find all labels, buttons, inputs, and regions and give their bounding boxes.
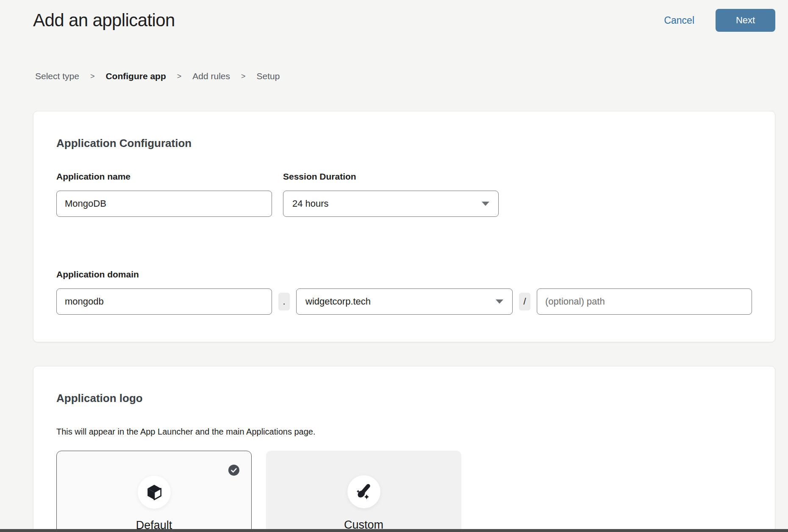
application-name-input[interactable] <box>56 191 272 217</box>
chevron-down-icon <box>496 299 503 304</box>
application-configuration-card: Application Configuration Application na… <box>33 111 775 342</box>
default-logo-circle <box>138 476 171 509</box>
step-add-rules[interactable]: Add rules <box>192 71 230 81</box>
step-configure-app[interactable]: Configure app <box>105 71 166 81</box>
breadcrumb-separator: > <box>241 72 246 81</box>
next-button[interactable]: Next <box>716 9 775 32</box>
check-icon <box>228 465 239 476</box>
application-domain-label: Application domain <box>56 269 752 280</box>
application-domain-field: Application domain . widgetcorp.tech / <box>56 269 752 315</box>
horizontal-scrollbar[interactable] <box>0 529 788 532</box>
application-name-field: Application name <box>56 172 272 217</box>
domain-select[interactable]: widgetcorp.tech <box>296 288 513 315</box>
slash-separator-badge: / <box>519 293 530 310</box>
domain-select-value: widgetcorp.tech <box>305 296 371 307</box>
step-select-type[interactable]: Select type <box>35 71 79 81</box>
cancel-button[interactable]: Cancel <box>664 15 694 26</box>
chevron-down-icon <box>482 202 489 206</box>
page-title: Add an application <box>33 10 175 30</box>
dot-separator-badge: . <box>278 293 290 310</box>
application-logo-description: This will appear in the App Launcher and… <box>56 427 752 437</box>
session-duration-label: Session Duration <box>283 172 499 182</box>
custom-logo-circle <box>347 475 380 508</box>
application-domain-row: . widgetcorp.tech / <box>56 288 752 315</box>
application-logo-card: Application logo This will appear in the… <box>33 366 775 532</box>
page: Add an application Cancel Next Select ty… <box>0 8 788 532</box>
logo-option-custom[interactable]: Custom <box>266 451 461 532</box>
logo-option-default[interactable]: Default <box>56 451 252 532</box>
application-configuration-title: Application Configuration <box>56 137 752 150</box>
subdomain-input[interactable] <box>56 288 272 315</box>
session-duration-select[interactable]: 24 hours <box>283 191 499 217</box>
name-session-row: Application name Session Duration 24 hou… <box>56 172 752 217</box>
step-setup[interactable]: Setup <box>257 71 280 81</box>
path-input[interactable] <box>537 288 752 315</box>
application-logo-title: Application logo <box>56 392 752 405</box>
application-name-label: Application name <box>56 172 272 182</box>
cube-icon <box>145 483 163 501</box>
header-actions: Cancel Next <box>664 9 775 32</box>
page-header: Add an application Cancel Next <box>33 8 775 32</box>
paintbrush-icon <box>355 482 373 501</box>
breadcrumb-separator: > <box>177 72 182 81</box>
logo-options: Default Custom <box>56 451 752 532</box>
breadcrumb-separator: > <box>90 72 95 81</box>
session-duration-value: 24 hours <box>292 198 329 209</box>
session-duration-field: Session Duration 24 hours <box>283 172 499 217</box>
breadcrumb: Select type > Configure app > Add rules … <box>35 71 775 81</box>
